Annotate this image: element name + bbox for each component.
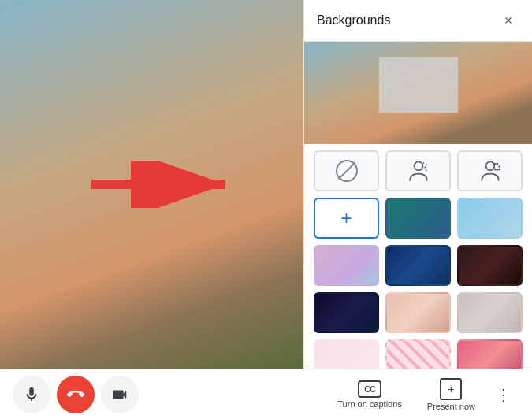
background-ocean[interactable] [385, 245, 451, 286]
preview-background [304, 42, 532, 144]
slash-icon [337, 162, 355, 180]
blur-light-option[interactable] [385, 150, 451, 191]
captions-button[interactable]: CC Turn on captions [325, 377, 415, 412]
background-pink-pattern[interactable] [385, 339, 451, 369]
cc-icon: CC [358, 380, 381, 398]
end-call-button[interactable] [57, 376, 95, 413]
svg-rect-6 [426, 169, 427, 171]
mic-icon [23, 386, 40, 403]
present-icon: + [440, 378, 462, 400]
svg-point-13 [493, 169, 496, 171]
red-arrow [91, 161, 249, 208]
svg-point-2 [414, 161, 422, 170]
upload-image-button[interactable]: Use image from disk + [314, 198, 379, 239]
background-marble[interactable] [457, 292, 523, 333]
left-controls [0, 376, 303, 413]
person-blur-heavy-icon [476, 157, 504, 185]
captions-label: Turn on captions [337, 399, 402, 409]
camera-button[interactable] [101, 376, 139, 413]
svg-point-9 [498, 165, 500, 168]
more-options-button[interactable]: ⋮ [488, 379, 519, 410]
close-button[interactable]: × [497, 9, 519, 32]
panel-title: Backgrounds [317, 13, 390, 28]
right-controls: CC Turn on captions + Present now ⋮ [303, 375, 532, 414]
panel-header: Backgrounds × [304, 0, 532, 42]
grid-row-4 [314, 292, 523, 333]
preview-face-blur [379, 57, 458, 113]
camera-overlay [0, 0, 303, 369]
grid-row-2: Use image from disk + [314, 198, 523, 239]
blur-heavy-option[interactable] [457, 150, 523, 191]
camera-view [0, 0, 303, 369]
background-pink-flowers[interactable] [457, 339, 523, 369]
svg-point-10 [496, 169, 498, 171]
backgrounds-panel: Backgrounds × [303, 0, 532, 369]
grid-row-3 [314, 245, 523, 286]
background-teal[interactable] [385, 198, 451, 239]
background-purple[interactable] [314, 245, 379, 286]
person-blur-light-icon [404, 157, 433, 185]
svg-rect-3 [422, 162, 424, 164]
svg-point-8 [496, 163, 498, 165]
grid-row-5 [314, 339, 523, 369]
plus-icon: + [340, 207, 352, 229]
present-now-button[interactable]: + Present now [415, 375, 488, 414]
svg-point-7 [485, 161, 494, 170]
svg-point-12 [498, 169, 500, 171]
background-flowers[interactable] [385, 292, 451, 333]
end-call-icon [67, 386, 84, 403]
bottom-toolbar: CC Turn on captions + Present now ⋮ [0, 369, 532, 419]
main-area: Backgrounds × [0, 0, 532, 369]
camera-icon [111, 386, 128, 403]
mic-button[interactable] [13, 376, 50, 413]
no-background-option[interactable] [314, 150, 379, 191]
backgrounds-grid: Use image from disk + [304, 144, 532, 369]
background-pink-light[interactable] [314, 339, 379, 369]
background-dark-red[interactable] [457, 245, 523, 286]
background-sky[interactable] [457, 198, 523, 239]
present-label: Present now [427, 402, 475, 411]
svg-rect-4 [426, 164, 427, 165]
no-bg-circle-icon [336, 160, 358, 182]
svg-rect-5 [424, 167, 426, 169]
svg-point-11 [493, 163, 496, 165]
grid-row-1 [314, 150, 523, 191]
background-firework[interactable] [314, 292, 379, 333]
preview-container [304, 42, 532, 144]
